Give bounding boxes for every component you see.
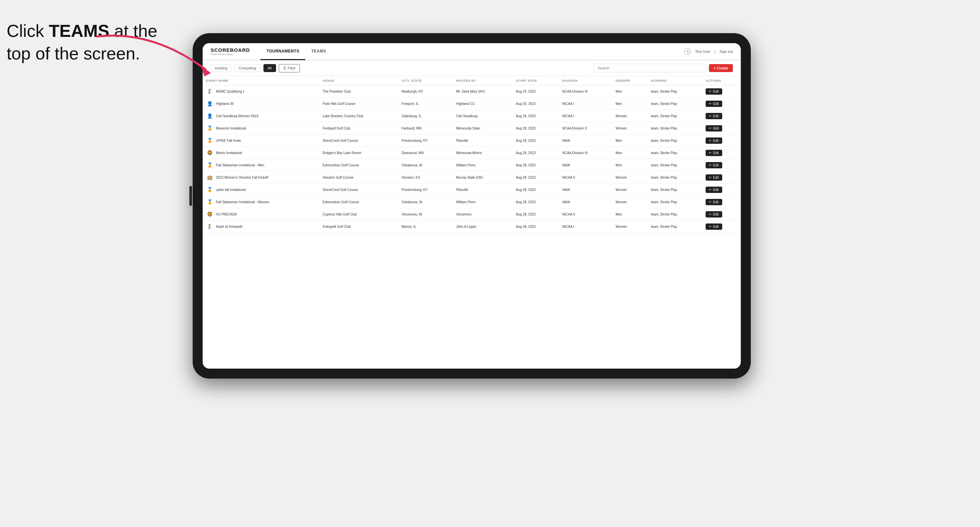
cell-gender-3: Women bbox=[612, 122, 648, 135]
cell-scoring-0: team, Stroke Play bbox=[648, 85, 702, 98]
edit-button-9[interactable]: ✏ Edit bbox=[706, 199, 722, 205]
settings-icon[interactable]: ⚙ bbox=[684, 48, 691, 55]
cell-actions-7: ✏ Edit bbox=[702, 171, 741, 184]
cell-city-11: Marion, IL bbox=[398, 221, 453, 233]
edit-label-3: Edit bbox=[713, 127, 719, 130]
cell-gender-5: Men bbox=[612, 147, 648, 159]
edit-button-6[interactable]: ✏ Edit bbox=[706, 162, 722, 168]
all-tab[interactable]: All bbox=[263, 64, 276, 72]
edit-button-3[interactable]: ✏ Edit bbox=[706, 125, 722, 132]
event-icon-6: 🏅 bbox=[206, 161, 213, 169]
table-row: 🦁 VU PREVIEW Cypress Hills Golf Club Vin… bbox=[203, 208, 741, 221]
hosting-tab[interactable]: Hosting bbox=[211, 64, 232, 72]
event-icon-0: 🏌 bbox=[206, 88, 213, 95]
edit-button-10[interactable]: ✏ Edit bbox=[706, 211, 722, 217]
cell-actions-10: ✏ Edit bbox=[702, 208, 741, 221]
table-row: 👤 Highland 36 Park Hills Golf Course Fre… bbox=[203, 98, 741, 110]
cell-actions-0: ✏ Edit bbox=[702, 85, 741, 98]
edit-button-0[interactable]: ✏ Edit bbox=[706, 88, 722, 95]
cell-venue-3: Faribault Golf Club bbox=[319, 122, 398, 135]
table-row: 🏌 Klash at Kokopelli Kokopelli Golf Club… bbox=[203, 221, 741, 233]
cell-actions-1: ✏ Edit bbox=[702, 98, 741, 110]
cell-event-name-9: 🏅 Fall Statesmen Invitational - Women bbox=[203, 196, 319, 208]
cell-event-name-8: 🏅 upike fall invitational bbox=[203, 184, 319, 196]
edit-button-8[interactable]: ✏ Edit bbox=[706, 187, 722, 193]
edit-label-10: Edit bbox=[713, 213, 719, 216]
event-name-text-3: Maverick Invitational bbox=[216, 127, 246, 130]
table-row: 🦁 Morris Invitational Ruttger's Bay Lake… bbox=[203, 147, 741, 159]
cell-event-name-6: 🏅 Fall Statesmen Invitational - Men bbox=[203, 159, 319, 171]
cell-division-9: NAIA bbox=[559, 196, 612, 208]
edit-button-7[interactable]: ✏ Edit bbox=[706, 175, 722, 181]
nav-separator: | bbox=[714, 49, 716, 54]
cell-date-10: Aug 28, 2023 bbox=[512, 208, 559, 221]
cell-host-11: John A Logan bbox=[453, 221, 512, 233]
cell-host-10: Vincennes bbox=[453, 208, 512, 221]
logo-title: SCOREBOARD bbox=[211, 47, 250, 53]
edit-icon-8: ✏ bbox=[709, 188, 711, 191]
cell-event-name-11: 🏌 Klash at Kokopelli bbox=[203, 221, 319, 233]
edit-label-6: Edit bbox=[713, 163, 719, 167]
event-name-text-4: UPIKE Fall Invite bbox=[216, 139, 241, 143]
edit-icon-11: ✏ bbox=[709, 225, 711, 228]
cell-gender-2: Women bbox=[612, 110, 648, 122]
event-icon-2: 👤 bbox=[206, 112, 213, 119]
cell-scoring-6: team, Stroke Play bbox=[648, 159, 702, 171]
cell-gender-10: Men bbox=[612, 208, 648, 221]
cell-event-name-4: 🏅 UPIKE Fall Invite bbox=[203, 135, 319, 147]
search-input[interactable] bbox=[593, 64, 706, 72]
col-venue: VENUE bbox=[319, 76, 398, 85]
edit-icon-9: ✏ bbox=[709, 200, 711, 203]
edit-button-11[interactable]: ✏ Edit bbox=[706, 224, 722, 230]
cell-event-name-2: 👤 Carl Sandburg Women FA23 bbox=[203, 110, 319, 122]
cell-host-0: Mt. Saint Mary (NY) bbox=[453, 85, 512, 98]
cell-date-3: Aug 28, 2023 bbox=[512, 122, 559, 135]
cell-division-3: NCAA Division II bbox=[559, 122, 612, 135]
cell-scoring-5: team, Stroke Play bbox=[648, 147, 702, 159]
event-name-text-6: Fall Statesmen Invitational - Men bbox=[216, 163, 264, 167]
tournaments-table-container: EVENT NAME VENUE CITY, STATE HOSTED BY S… bbox=[203, 76, 741, 368]
cell-gender-11: Women bbox=[612, 221, 648, 233]
cell-actions-6: ✏ Edit bbox=[702, 159, 741, 171]
edit-button-1[interactable]: ✏ Edit bbox=[706, 101, 722, 107]
cell-venue-7: Hesston Golf Course bbox=[319, 171, 398, 184]
filter-button[interactable]: ☰ Filter bbox=[279, 64, 300, 72]
create-button[interactable]: + Create bbox=[709, 64, 733, 72]
sign-out-link[interactable]: Sign out bbox=[719, 49, 733, 54]
cell-host-7: Murray State (OK) bbox=[453, 171, 512, 184]
cell-actions-2: ✏ Edit bbox=[702, 110, 741, 122]
cell-division-5: NCAA Division III bbox=[559, 147, 612, 159]
edit-button-2[interactable]: ✏ Edit bbox=[706, 113, 722, 119]
cell-scoring-8: team, Stroke Play bbox=[648, 184, 702, 196]
cell-venue-9: Edmundson Golf Course bbox=[319, 196, 398, 208]
edit-label-9: Edit bbox=[713, 200, 719, 204]
cell-venue-4: StoneCrest Golf Course bbox=[319, 135, 398, 147]
edit-button-5[interactable]: ✏ Edit bbox=[706, 150, 722, 156]
event-icon-1: 👤 bbox=[206, 100, 213, 107]
cell-venue-11: Kokopelli Golf Club bbox=[319, 221, 398, 233]
event-icon-4: 🏅 bbox=[206, 137, 213, 144]
event-name-text-9: Fall Statesmen Invitational - Women bbox=[216, 200, 269, 204]
filter-label: Filter bbox=[288, 66, 296, 70]
event-icon-5: 🦁 bbox=[206, 149, 213, 156]
cell-venue-8: StoneCrest Golf Course bbox=[319, 184, 398, 196]
event-icon-11: 🏌 bbox=[206, 223, 213, 230]
tablet-side-handle bbox=[189, 186, 192, 206]
tournaments-table: EVENT NAME VENUE CITY, STATE HOSTED BY S… bbox=[203, 76, 741, 233]
event-name-text-2: Carl Sandburg Women FA23 bbox=[216, 114, 258, 118]
edit-label-11: Edit bbox=[713, 225, 719, 229]
edit-button-4[interactable]: ✏ Edit bbox=[706, 138, 722, 144]
event-icon-7: 🏫 bbox=[206, 174, 213, 181]
cell-host-1: Highland CC bbox=[453, 98, 512, 110]
event-icon-9: 🏅 bbox=[206, 198, 213, 206]
cell-event-name-0: 🏌 MSMC Qualifying 1 bbox=[203, 85, 319, 98]
edit-label-2: Edit bbox=[713, 114, 719, 118]
nav-tab-teams[interactable]: TEAMS bbox=[305, 43, 332, 60]
cell-venue-2: Lake Bracken Country Club bbox=[319, 110, 398, 122]
col-actions: ACTIONS bbox=[702, 76, 741, 85]
cell-event-name-3: 🏅 Maverick Invitational bbox=[203, 122, 319, 135]
cell-division-2: NICAA I bbox=[559, 110, 612, 122]
competing-tab[interactable]: Competing bbox=[234, 64, 261, 72]
nav-tab-tournaments[interactable]: TOURNAMENTS bbox=[261, 43, 305, 60]
cell-date-8: Aug 28, 2023 bbox=[512, 184, 559, 196]
